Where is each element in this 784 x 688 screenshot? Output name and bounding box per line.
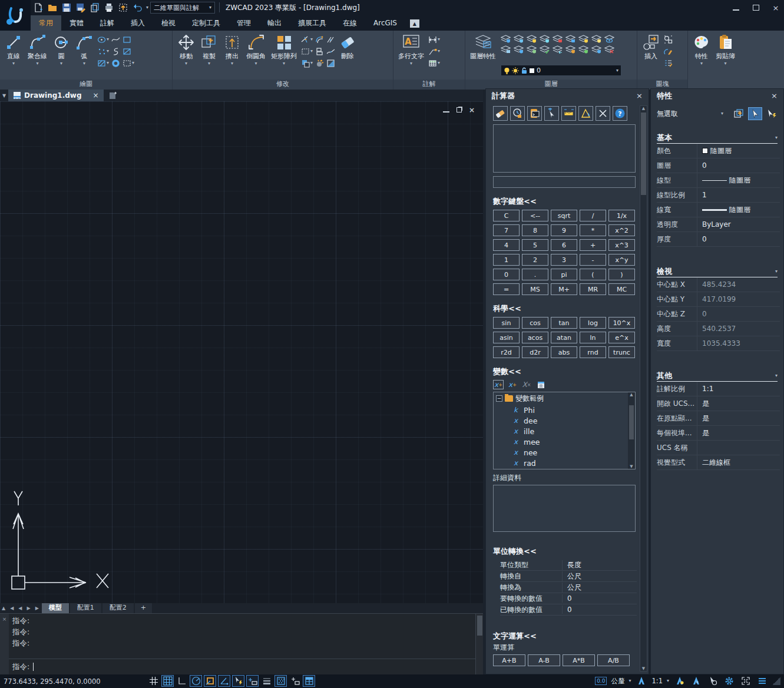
offset-icon[interactable]	[315, 35, 324, 44]
layer-match-icon[interactable]	[538, 45, 550, 54]
scale-icon[interactable]	[326, 35, 335, 44]
ann-scale-dropdown-icon[interactable]: ▾	[667, 679, 669, 683]
donut-icon[interactable]	[111, 58, 120, 68]
history-icon[interactable]	[510, 106, 525, 121]
layout-prev-icon[interactable]: ◀	[16, 606, 24, 611]
calculator-return-icon[interactable]	[535, 380, 546, 389]
variable-item[interactable]: x nee	[494, 447, 635, 458]
variable-item[interactable]: x dee	[494, 415, 635, 426]
panel-label-annotate[interactable]: 註解	[393, 80, 465, 90]
scientific-section-header[interactable]: 科學<<	[493, 303, 637, 314]
layer-current-icon[interactable]	[525, 45, 537, 54]
calc-sci-key[interactable]: ln	[580, 332, 606, 343]
calc-key[interactable]: 0	[493, 269, 520, 280]
close-button[interactable]: ×	[771, 4, 780, 12]
layer-unlock-icon[interactable]	[564, 34, 576, 43]
command-window-grip[interactable]: ×	[0, 614, 9, 674]
calc-help-icon[interactable]: ?	[613, 106, 627, 121]
break-point-icon[interactable]	[326, 47, 335, 56]
paste-to-command-icon[interactable]	[527, 106, 542, 121]
join-icon[interactable]	[315, 47, 324, 56]
unit-conversion-row[interactable]: 已轉換的數值 0	[500, 604, 637, 616]
calc-key[interactable]: /	[580, 210, 606, 221]
publish-icon[interactable]	[118, 2, 128, 13]
plot-preview-icon[interactable]	[90, 2, 100, 13]
calc-sci-key[interactable]: rnd	[580, 346, 606, 358]
layer-vpfreeze-icon[interactable]	[577, 45, 589, 54]
properties-close-icon[interactable]: ×	[771, 91, 778, 100]
explode-icon[interactable]	[315, 58, 324, 68]
drawing-minimize-button[interactable]	[443, 106, 449, 114]
calc-sci-key[interactable]: r2d	[493, 346, 520, 358]
property-row-ltscale[interactable]: 線型比例 1	[657, 188, 780, 203]
object-snap-icon[interactable]	[204, 675, 216, 687]
variables-section-header[interactable]: 變數<<	[493, 366, 637, 377]
layer-thaw-icon[interactable]	[590, 34, 602, 43]
measure-angle-icon[interactable]	[578, 106, 593, 121]
new-document-tab-button[interactable]	[107, 91, 119, 100]
layer-visibility-icon[interactable]	[603, 34, 615, 43]
calc-sci-key[interactable]: log	[580, 317, 606, 329]
clear-icon[interactable]	[493, 106, 508, 121]
delete-icon[interactable]	[596, 106, 610, 121]
panel-label-modify[interactable]: 修改	[173, 80, 393, 90]
calc-key[interactable]: 6	[551, 239, 577, 251]
zwcad-logo[interactable]	[0, 0, 31, 31]
ribbon-tab[interactable]: 常用	[31, 15, 61, 31]
layer-isolate-icon[interactable]	[499, 45, 511, 54]
command-close-icon[interactable]: ×	[2, 616, 7, 674]
unit-conversion-row[interactable]: 要轉換的數值 0	[500, 593, 637, 604]
property-row-transparency[interactable]: 透明度 ByLayer	[657, 217, 780, 232]
properties-palette-button[interactable]: 特性▾	[691, 32, 712, 67]
maximize-button[interactable]	[751, 4, 760, 12]
arc-button[interactable]: 弧▾	[74, 32, 95, 67]
calc-key[interactable]: =	[493, 283, 520, 295]
calc-sci-key[interactable]: sin	[493, 317, 520, 329]
grid-icon[interactable]	[147, 675, 160, 687]
layer-dropdown[interactable]: 0 ▾	[501, 65, 621, 76]
print-icon[interactable]	[104, 2, 114, 13]
doc-tab-list-icon[interactable]: ▼	[0, 93, 8, 98]
unit-conversion-row[interactable]: 單位類型 長度	[500, 560, 637, 571]
misc-property-row[interactable]: 註解比例 1:1	[657, 382, 780, 396]
ribbon-tab[interactable]: 註解	[92, 15, 123, 31]
command-scrollbar[interactable]	[475, 614, 483, 674]
calc-key[interactable]: C	[493, 210, 520, 221]
variable-item[interactable]: k Phi	[494, 405, 635, 415]
calc-key[interactable]: 9	[551, 224, 577, 236]
drawing-canvas[interactable]: ×	[0, 101, 483, 603]
misc-property-row[interactable]: 每個視埠... 是	[657, 426, 780, 441]
layer-lock-icon[interactable]	[551, 34, 563, 43]
calc-key[interactable]: 3	[551, 254, 577, 266]
calc-key[interactable]: .	[522, 269, 548, 280]
calc-sci-key[interactable]: trunc	[608, 346, 635, 358]
text-op-key[interactable]: A/B	[597, 654, 630, 666]
calc-key[interactable]: 2	[522, 254, 548, 266]
layout-tab[interactable]: 模型	[42, 603, 69, 613]
calc-key[interactable]: x^2	[608, 224, 635, 236]
resize-grip[interactable]	[772, 677, 780, 685]
view-property-row[interactable]: 中心點 Z 0	[657, 307, 780, 322]
unit-conversion-row[interactable]: 轉換為 公尺	[500, 582, 637, 593]
calc-key[interactable]: +	[580, 239, 606, 251]
property-row-lineweight[interactable]: 線寬 隨圖層	[657, 203, 780, 217]
property-row-thickness[interactable]: 厚度 0	[657, 232, 780, 247]
annotation-visibility-icon[interactable]	[673, 675, 686, 687]
ortho-icon[interactable]	[176, 675, 188, 687]
save-as-icon[interactable]	[75, 2, 86, 13]
table-icon[interactable]	[428, 58, 437, 68]
new-file-icon[interactable]	[33, 2, 44, 13]
open-folder-icon[interactable]	[47, 2, 58, 13]
layout-first-icon[interactable]: ◀	[8, 606, 15, 611]
calc-key[interactable]: (	[580, 269, 606, 280]
calc-sci-key[interactable]: abs	[551, 346, 577, 358]
variable-item[interactable]: x rad	[494, 458, 635, 468]
calc-key[interactable]: MC	[608, 283, 635, 295]
ribbon-collapse-button[interactable]: ▲	[410, 19, 419, 28]
unit-name[interactable]: 公釐	[611, 677, 624, 686]
spline-icon[interactable]	[111, 35, 120, 44]
edit-block-icon[interactable]	[663, 47, 673, 56]
calc-sci-key[interactable]: e^x	[608, 332, 635, 343]
annotation-scale-icon[interactable]	[635, 675, 647, 687]
ribbon-tab[interactable]: 定制工具	[184, 15, 229, 31]
